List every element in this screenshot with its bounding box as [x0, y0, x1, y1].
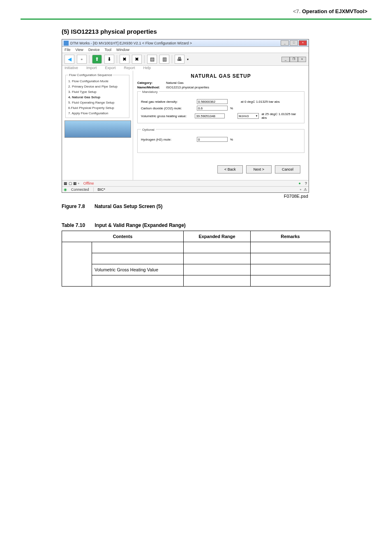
td-remarks — [251, 264, 330, 275]
report-icon2[interactable]: ▥ — [159, 55, 169, 64]
th-range: Expanded Range — [184, 231, 251, 242]
chapter-heading: <7. Operation of EJXMVTool> — [293, 8, 367, 14]
td-range — [184, 264, 251, 275]
td-range — [184, 253, 251, 264]
td-contents — [92, 242, 184, 253]
h2-label: Hydrogen (H2) mole: — [141, 138, 194, 141]
minimize-button[interactable]: _ — [281, 40, 289, 46]
seq-step-6[interactable]: 6.Fluid Physical Property Setup — [68, 105, 127, 111]
menu-window[interactable]: Window — [116, 48, 129, 52]
maximize-button[interactable]: □ — [290, 40, 298, 46]
seq-step-5[interactable]: 5. Fluid Operating Range Setup — [68, 100, 127, 105]
puzzle-icon[interactable]: ✖ — [132, 55, 142, 64]
toolbar-label: Import — [86, 66, 97, 70]
window-title: DTM Works - [ID MV1001HT] EJX930 V2.1 < … — [70, 41, 192, 45]
embedded-screenshot: DTM Works - [ID MV1001HT] EJX930 V2.1 < … — [62, 39, 309, 193]
toolbar-label: Initiative — [65, 66, 78, 70]
td-remarks — [251, 242, 330, 253]
method-value: ISO12213 physical properties — [166, 86, 209, 89]
table-caption-text: Input & Valid Range (Expanded Range) — [95, 222, 185, 228]
import-icon[interactable]: ⬆ — [92, 55, 102, 64]
section-title: (5) ISO12213 physical properties — [62, 28, 330, 35]
child-close-button[interactable]: × — [298, 57, 306, 62]
density-input[interactable]: 0.58000362 — [197, 99, 228, 104]
status-warning-icon: ⚠ — [304, 187, 307, 192]
td-remarks — [251, 275, 330, 287]
toolbar-icon[interactable]: ▫ — [77, 55, 87, 64]
sidebar-legend: Flow Configuration Sequence — [68, 73, 113, 77]
heating-value-input[interactable]: 39.59051048 — [195, 113, 225, 118]
category-label: Category: — [137, 81, 166, 85]
table-number: Table 7.10 — [62, 222, 85, 228]
td-contents — [92, 253, 184, 264]
td-contents: Volumetric Gross Heating Value — [92, 264, 184, 275]
td-remarks — [251, 253, 330, 264]
puzzle-icon[interactable]: ✖ — [120, 55, 129, 64]
density-label: Real gas relative density: — [141, 100, 194, 104]
main-panel-title: NATURAL GAS SETUP — [137, 73, 304, 81]
heating-value-label: Volumetric gross heating value: — [141, 114, 192, 118]
report-icon[interactable]: ▤ — [147, 55, 157, 64]
h2-input[interactable]: 0 — [197, 137, 228, 142]
connected-icon: ◉ — [64, 187, 67, 192]
child-min-button[interactable]: _ — [281, 57, 290, 62]
seq-step-7[interactable]: 7. Apply Flow Configuration — [68, 111, 127, 116]
menu-view[interactable]: View — [76, 48, 83, 52]
figure-caption-text: Natural Gas Setup Screen (5) — [95, 204, 162, 209]
method-label: Name/Method: — [137, 86, 166, 89]
td-range — [184, 275, 251, 287]
chevron-down-icon: ▼ — [255, 115, 258, 117]
status-offline: Offline — [83, 181, 94, 185]
app-icon — [64, 41, 69, 46]
optional-legend: Optional — [141, 128, 156, 132]
td-contents — [92, 275, 184, 287]
menu-device[interactable]: Device — [88, 48, 100, 52]
toolbar-label: Report — [124, 66, 135, 70]
seq-step-4[interactable]: 4. Natural Gas Setup — [68, 95, 127, 100]
export-icon[interactable]: ⬇ — [104, 55, 114, 64]
cancel-button[interactable]: Cancel — [275, 165, 300, 173]
toolbar-label: Export — [105, 66, 116, 70]
status-icon: ▫ — [300, 187, 301, 192]
close-button[interactable]: × — [299, 40, 307, 46]
density-condition: at 0 degC 1.01325 bar abs — [241, 100, 280, 104]
mandatory-legend: Mandatory — [141, 90, 159, 94]
td-range — [184, 242, 251, 253]
print-icon[interactable]: 🖶 — [175, 55, 184, 64]
header-divider — [21, 18, 371, 20]
data-table: Contents Expanded Range Remarks Volumetr… — [62, 231, 330, 287]
heating-value-condition: at 25 degC 1.01325 bar abs — [261, 112, 301, 120]
co2-input[interactable]: 0.6 — [197, 106, 228, 111]
co2-unit: % — [230, 106, 238, 110]
heating-value-unit-dropdown[interactable]: MJ/m3 ▼ — [238, 113, 259, 119]
back-icon[interactable]: ◀ — [65, 55, 74, 64]
back-button[interactable]: < Back — [217, 165, 243, 173]
preview-image — [65, 120, 131, 138]
seq-step-2[interactable]: 2. Primary Device and Pipe Setup — [68, 84, 127, 89]
next-button[interactable]: Next > — [246, 165, 272, 173]
th-contents: Contents — [62, 231, 184, 242]
figure-number: Figure 7.8 — [62, 204, 85, 209]
child-restore-button[interactable]: ❐ — [290, 57, 298, 62]
menu-file[interactable]: File — [65, 48, 71, 52]
th-remarks: Remarks — [251, 231, 330, 242]
h2-unit: % — [230, 138, 238, 141]
menu-tool[interactable]: Tool — [104, 48, 111, 52]
td-empty — [62, 242, 92, 287]
co2-label: Carbon dioxide (CO2) mole: — [141, 106, 194, 110]
seq-step-3[interactable]: 3. Fluid Type Setup — [68, 89, 127, 95]
seq-step-1[interactable]: 1. Flow Configuration Mode — [68, 79, 127, 84]
psd-filename: F0708E.psd — [62, 193, 308, 199]
category-value: Natural Gas — [166, 81, 184, 85]
help-icon[interactable]: ? — [305, 181, 307, 185]
status-icons: ▦ ▢ ▦ ▫ — [64, 181, 79, 185]
status-connected: Connected — [71, 187, 89, 192]
toolbar-label: Help — [143, 66, 151, 70]
status-mode: BIC* — [93, 187, 106, 192]
